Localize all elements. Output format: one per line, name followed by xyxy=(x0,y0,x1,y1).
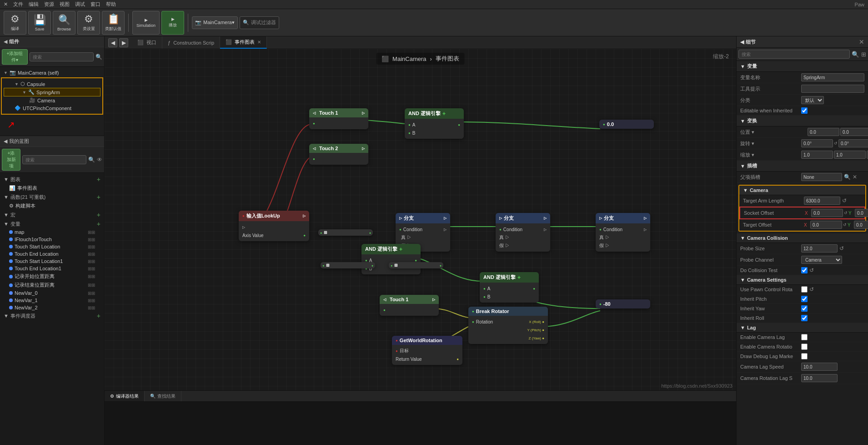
node-and2[interactable]: AND 逻辑引擎 + ● A ● ● B xyxy=(361,244,421,274)
save-button[interactable]: 💾 Save xyxy=(28,11,51,35)
socket-x-input[interactable] xyxy=(811,209,843,217)
tab-events[interactable]: ⬛ 事件图表 ✕ xyxy=(220,36,267,49)
node-calc3[interactable]: ● ⊞ ● xyxy=(389,262,443,268)
transform-section-header[interactable]: ▼ 变换 xyxy=(737,116,868,126)
camera-settings-section-header[interactable]: ▼ Camera Settings xyxy=(737,275,868,285)
right-layout-button[interactable]: ⊞ xyxy=(861,51,866,58)
simulation-button[interactable]: ▶ Simulation xyxy=(132,11,160,35)
right-panel-close-button[interactable]: ✕ xyxy=(859,38,864,46)
blueprint-search-button[interactable]: 🔍 xyxy=(88,157,95,163)
node-and3[interactable]: AND 逻辑引擎 + ● A ● ● B xyxy=(480,272,539,303)
node-break-rotator[interactable]: ● Break Rotator ● Rotation X (Roll) ● Y … xyxy=(468,307,548,344)
variable-section-header[interactable]: ▼ 变量 xyxy=(737,61,868,72)
bp-category-graph[interactable]: ▼ 图表 + xyxy=(0,175,104,184)
node-branch2[interactable]: ▷ 分支 ▷ ● Condition ▷ 真 ▷ 假 ▷ xyxy=(496,213,550,252)
target-x-input[interactable] xyxy=(810,221,842,229)
bp-category-macros[interactable]: ▼ 宏 + xyxy=(0,210,104,219)
add-macro-button[interactable]: + xyxy=(97,211,100,218)
socket-section-header[interactable]: ▼ 插槽 xyxy=(737,161,868,172)
inherit-yaw-checkbox[interactable] xyxy=(801,305,808,312)
menu-debug[interactable]: 调试 xyxy=(75,1,85,8)
debug-filter[interactable]: 🔍 调试过滤器 xyxy=(240,16,279,29)
menu-assets[interactable]: 资源 xyxy=(44,1,54,8)
node-and1[interactable]: AND 逻辑引擎 + ● A ● ● B xyxy=(405,108,464,139)
bp-item-newvar1[interactable]: NewVar_1 ⊞⊞ xyxy=(0,297,104,304)
scale-y-input[interactable] xyxy=(834,151,866,159)
probe-size-input[interactable] xyxy=(801,244,838,253)
parent-socket-clear[interactable]: ✕ xyxy=(853,174,857,180)
probe-size-reset[interactable]: ↺ xyxy=(839,245,844,252)
class-defaults-button[interactable]: 📋 类默认值 xyxy=(102,11,125,35)
enable-lag-checkbox[interactable] xyxy=(801,334,808,340)
enable-rotation-lag-checkbox[interactable] xyxy=(801,344,808,350)
add-var-button[interactable]: + xyxy=(97,220,100,228)
pos-y-input[interactable] xyxy=(840,128,868,136)
bp-category-functions[interactable]: ▼ 函数(21 可重载) + xyxy=(0,192,104,202)
camera-collision-section-header[interactable]: ▼ Camera Collision xyxy=(737,233,868,243)
component-item-utcpinch[interactable]: 🔷 UTCPinchComponent xyxy=(4,104,100,112)
right-search-button[interactable]: 🔍 xyxy=(852,51,859,58)
menu-file[interactable]: 文件 xyxy=(13,1,23,8)
target-arm-reset[interactable]: ↺ xyxy=(842,197,847,204)
menu-edit[interactable]: 编辑 xyxy=(29,1,39,8)
bottom-tab-find[interactable]: 🔍 查找结果 xyxy=(145,391,181,401)
bp-item-touch-end1[interactable]: Touch End Location1 ⊞⊞ xyxy=(0,265,104,272)
tool-tip-input[interactable] xyxy=(801,85,864,93)
inherit-pitch-checkbox[interactable] xyxy=(801,296,808,302)
bp-category-dispatchers[interactable]: ▼ 事件调度器 + xyxy=(0,311,104,320)
rot-x-input[interactable] xyxy=(801,139,833,147)
draw-debug-checkbox[interactable] xyxy=(801,353,808,359)
node-touch1b[interactable]: ◁ Touch 1 ▷ ● xyxy=(380,295,439,316)
compile-button[interactable]: ⚙ 编译 xyxy=(4,11,26,35)
bottom-tab-compile[interactable]: ⚙ 编译器结果 xyxy=(105,391,145,401)
menu-window[interactable]: 窗口 xyxy=(90,1,100,8)
browse-button[interactable]: 🔍 Browse xyxy=(53,11,75,35)
component-search-input[interactable] xyxy=(30,52,94,61)
do-collision-reset[interactable]: ↺ xyxy=(809,267,814,273)
bp-item-touch-end[interactable]: Touch End Location ⊞⊞ xyxy=(0,250,104,258)
do-collision-checkbox[interactable] xyxy=(801,267,808,273)
scale-x-input[interactable] xyxy=(801,151,833,159)
component-item-main-camera[interactable]: ▼ 📷 MainCamera (self) xyxy=(0,69,104,76)
node-output2[interactable]: ● -80 xyxy=(596,299,650,308)
node-branch3[interactable]: ▷ 分支 ▷ ● Condition ▷ 真 ▷ 假 ▷ xyxy=(596,213,650,252)
add-graph-button[interactable]: + xyxy=(97,176,100,183)
bp-item-iftouch[interactable]: IFtouch1orTouch ⊞⊞ xyxy=(0,236,104,243)
right-search-input[interactable] xyxy=(738,50,850,59)
menu-view[interactable]: 视图 xyxy=(60,1,70,8)
and1-add-pin[interactable]: + xyxy=(442,111,446,117)
node-get-world-rotation[interactable]: ● GetWorldRotation ● 目标 Return Value ● xyxy=(392,336,462,365)
component-search-button[interactable]: 🔍 xyxy=(95,54,102,60)
tab-construction[interactable]: ƒ Construction Scrip xyxy=(162,36,220,49)
bp-item-construction[interactable]: ⚙ 构建脚本 xyxy=(0,202,104,210)
tab-viewport[interactable]: ⬛ 视口 xyxy=(132,36,162,49)
component-item-camera[interactable]: 🎥 Camera xyxy=(4,96,100,104)
category-dropdown[interactable]: 默认 xyxy=(801,96,824,104)
node-calc2[interactable]: ● ⊞ ● xyxy=(321,262,375,268)
use-pawn-checkbox[interactable] xyxy=(801,286,808,293)
bp-item-touch-start[interactable]: Touch Start Location ⊞⊞ xyxy=(0,243,104,250)
blueprint-canvas[interactable]: ⬛ MainCamera › 事件图表 缩放-2 xyxy=(105,49,736,390)
tab-close-icon[interactable]: ✕ xyxy=(257,40,261,45)
rotation-lag-speed-input[interactable] xyxy=(801,374,838,382)
rot-y-input[interactable] xyxy=(838,139,868,147)
bp-item-event-graph[interactable]: 📊 事件图表 xyxy=(0,184,104,192)
camera-section-header[interactable]: ▼ Camera xyxy=(739,186,865,195)
component-item-springarm[interactable]: ▼ 🔧 SpringArm xyxy=(4,88,100,96)
use-pawn-reset[interactable]: ↺ xyxy=(809,286,814,293)
target-arm-input[interactable] xyxy=(804,197,840,205)
lag-section-header[interactable]: ▼ Lag xyxy=(737,323,868,333)
add-function-button[interactable]: + xyxy=(97,193,100,201)
add-dispatcher-button[interactable]: + xyxy=(97,312,100,319)
parent-socket-search[interactable]: 🔍 xyxy=(844,174,851,180)
play-button[interactable]: ▶ 播放 xyxy=(161,11,184,35)
bp-item-newvar0[interactable]: NewVar_0 ⊞⊞ xyxy=(0,289,104,297)
node-output1[interactable]: ● 0.0 xyxy=(599,120,654,129)
blueprint-filter-button[interactable]: 👁 xyxy=(97,157,102,163)
menu-help[interactable]: 帮助 xyxy=(106,1,116,8)
probe-channel-dropdown[interactable]: Camera xyxy=(801,256,842,264)
class-settings-button[interactable]: ⚙ 类设置 xyxy=(77,11,100,35)
add-new-button[interactable]: +添加新项 xyxy=(2,149,20,171)
inherit-roll-checkbox[interactable] xyxy=(801,315,808,321)
add-component-button[interactable]: +添加组件▾ xyxy=(2,49,28,65)
